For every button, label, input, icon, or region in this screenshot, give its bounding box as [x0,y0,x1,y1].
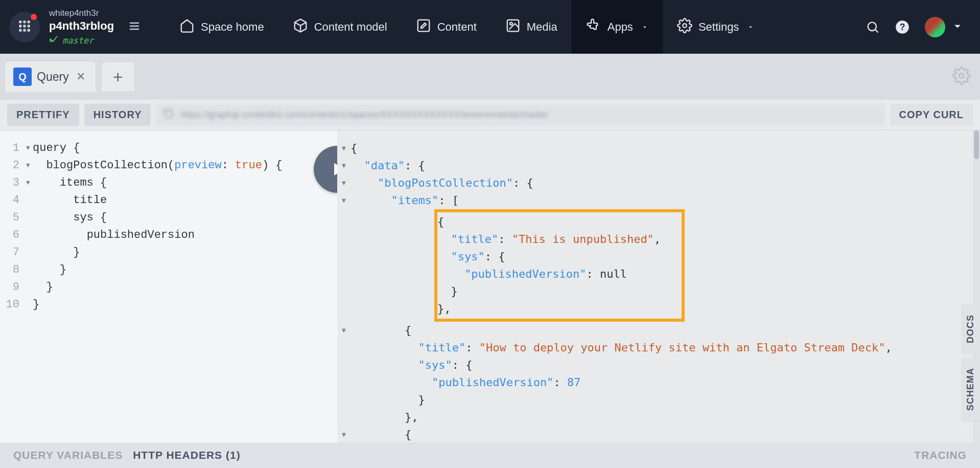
nav-content-model[interactable]: Content model [278,0,402,54]
svg-point-14 [510,22,512,25]
space-branch: master [49,34,114,46]
nav-right: ? [866,17,980,37]
svg-point-2 [28,21,30,23]
svg-point-7 [24,29,26,31]
nav-label: Content model [314,20,387,34]
history-button[interactable]: HISTORY [84,104,151,126]
schema-tab[interactable]: SCHEMA [961,358,980,421]
space-user: whitep4nth3r [49,8,114,19]
main-area: 1▼query {2▼ blogPostCollection(preview: … [0,130,980,442]
toolbar: PRETTIFY HISTORY https://graphql.content… [0,100,980,130]
side-tabs: DOCS SCHEMA [961,304,980,421]
query-code[interactable]: 1▼query {2▼ blogPostCollection(preview: … [0,130,337,323]
user-menu[interactable] [925,17,965,37]
chevron-down-icon [641,20,648,34]
svg-point-6 [19,29,21,31]
space-info: whitep4nth3r p4nth3rblog master [49,8,114,47]
puzzle-icon [586,18,601,36]
branch-label: master [62,35,94,46]
top-nav: whitep4nth3r p4nth3rblog master Space ho… [0,0,980,54]
nav-space-home[interactable]: Space home [165,0,278,54]
box-icon [293,18,308,36]
bottom-bar: QUERY VARIABLES HTTP HEADERS (1) TRACING [0,442,980,468]
tab-bar: Q Query ✕ + [0,54,980,100]
docs-tab[interactable]: DOCS [961,304,980,353]
nav-label: Settings [698,20,739,34]
svg-point-20 [960,74,964,78]
tab-query[interactable]: Q Query ✕ [5,61,96,92]
endpoint-url-text: https://graphql.contentful.com/content/v… [180,109,548,120]
svg-point-3 [19,25,21,27]
http-headers-tab[interactable]: HTTP HEADERS (1) [133,449,240,461]
svg-point-16 [868,22,876,30]
nav-left: whitep4nth3r p4nth3rblog master [0,8,150,47]
chevron-down-icon [747,20,754,34]
prettify-button[interactable]: PRETTIFY [7,104,79,126]
nav-apps[interactable]: Apps [572,0,663,54]
copy-curl-button[interactable]: COPY CURL [890,104,973,126]
undo-icon [163,108,174,122]
svg-text:?: ? [900,21,905,32]
nav-items: Space home Content model Content Media A… [165,0,768,54]
home-icon [179,18,195,36]
svg-rect-12 [417,19,429,31]
result-pane: ▼{▼ "data": {▼ "blogPostCollection": {▼ … [337,130,980,442]
result-code[interactable]: ▼{▼ "data": {▼ "blogPostCollection": {▼ … [337,130,980,442]
help-button[interactable]: ? [895,20,909,34]
grid-icon [17,19,32,35]
editor-settings-button[interactable] [952,66,971,87]
svg-point-8 [28,29,30,31]
branch-icon [49,34,58,46]
nav-label: Media [527,20,557,34]
highlighted-result: { "title": "This is unpublished", "sys":… [434,209,685,322]
query-editor-pane[interactable]: 1▼query {2▼ blogPostCollection(preview: … [0,130,337,442]
tab-badge: Q [13,68,32,86]
app-switcher-button[interactable] [9,12,40,42]
svg-line-17 [875,30,878,32]
hamburger-menu[interactable] [128,20,141,34]
svg-point-4 [24,25,26,27]
gear-icon [677,18,692,36]
tab-close-button[interactable]: ✕ [74,70,87,83]
chevron-down-icon [950,19,965,35]
svg-point-5 [28,25,30,27]
nav-label: Space home [201,20,264,34]
svg-point-1 [24,21,26,23]
avatar [925,17,945,37]
query-variables-tab[interactable]: QUERY VARIABLES [13,449,123,461]
edit-icon [416,18,431,36]
image-icon [505,18,521,36]
nav-label: Apps [608,20,633,34]
space-name: p4nth3rblog [49,19,114,34]
svg-point-15 [683,24,687,28]
svg-point-0 [19,21,21,23]
scrollbar-thumb[interactable] [974,130,979,159]
nav-settings[interactable]: Settings [663,0,769,54]
notification-dot [31,14,37,20]
tab-add-button[interactable]: + [102,62,134,91]
nav-content[interactable]: Content [402,0,491,54]
nav-media[interactable]: Media [491,0,572,54]
search-button[interactable] [866,20,880,34]
endpoint-url-field[interactable]: https://graphql.contentful.com/content/v… [156,104,884,126]
tab-title: Query [37,70,69,84]
tracing-tab[interactable]: TRACING [914,449,967,461]
nav-label: Content [437,20,477,34]
